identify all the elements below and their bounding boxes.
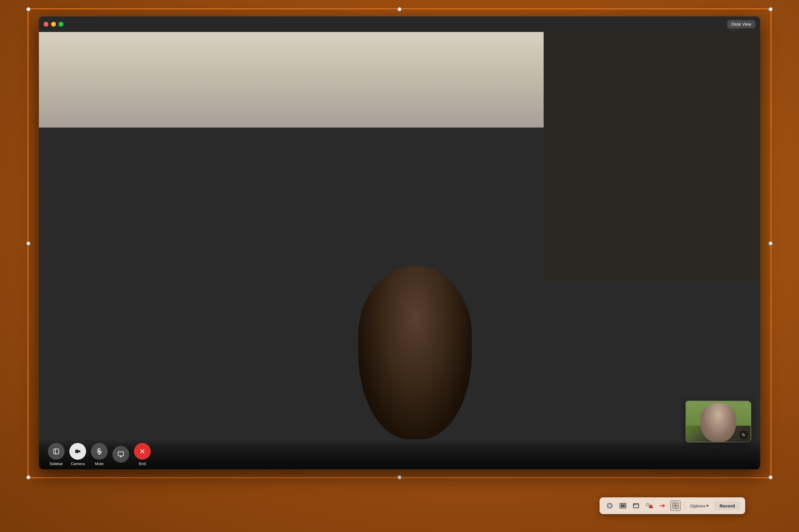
options-label: Options [690, 503, 706, 508]
camera-label: Camera [71, 461, 85, 466]
svg-point-10 [635, 504, 635, 505]
arrow-tool-button[interactable] [657, 500, 668, 511]
options-chevron: ▾ [706, 503, 709, 508]
sidebar-control[interactable]: Sidebar [48, 443, 65, 466]
controls-bar: Sidebar Camera Mute [39, 439, 760, 469]
share-icon [112, 446, 129, 463]
svg-point-9 [634, 504, 635, 505]
svg-point-13 [675, 505, 676, 507]
resize-handle-tl[interactable] [26, 7, 31, 11]
toolbar-separator [684, 501, 684, 510]
traffic-lights [44, 22, 63, 26]
svg-rect-6 [621, 504, 625, 507]
svg-rect-11 [646, 504, 649, 506]
face-shape [358, 266, 472, 439]
resize-handle-ml[interactable] [26, 241, 31, 246]
desk-view-button[interactable]: Desk View [727, 20, 755, 28]
sidebar-label: Sidebar [50, 461, 63, 466]
camera-control[interactable]: Camera [69, 443, 86, 466]
options-button[interactable]: Options ▾ [687, 501, 712, 510]
resize-handle-tr[interactable] [768, 7, 773, 11]
resize-handle-br[interactable] [768, 475, 773, 479]
person-figure [337, 254, 493, 439]
maximize-button[interactable] [59, 22, 63, 26]
svg-rect-0 [54, 449, 59, 454]
sidebar-icon [48, 443, 65, 460]
close-button[interactable] [44, 22, 49, 26]
facetime-window: Desk View ↻ Sidebar Camera [39, 16, 760, 469]
end-icon [134, 443, 151, 460]
title-bar: Desk View [39, 16, 760, 32]
mute-control[interactable]: Mute [91, 443, 108, 466]
window-capture-button[interactable] [631, 500, 641, 511]
fullscreen-capture-button[interactable] [617, 500, 628, 511]
resize-handle-bl[interactable] [26, 475, 31, 479]
portion-capture-button[interactable] [644, 500, 655, 511]
resize-handle-mr[interactable] [768, 241, 773, 246]
camera-icon [69, 443, 86, 460]
right-wall [544, 32, 760, 281]
pip-rotate-button[interactable]: ↻ [739, 431, 748, 439]
mute-label: Mute [95, 461, 104, 466]
region-capture-button[interactable] [670, 500, 681, 511]
record-button[interactable]: Record [714, 501, 740, 511]
end-call-control[interactable]: End [134, 443, 151, 466]
resize-handle-tm[interactable] [397, 7, 402, 11]
recording-toolbar: Options ▾ Record [600, 497, 745, 514]
mute-icon [91, 443, 108, 460]
svg-rect-3 [118, 452, 124, 456]
pip-person [700, 403, 736, 442]
main-video-area [39, 16, 760, 469]
minimize-button[interactable] [51, 22, 56, 26]
end-label: End [139, 461, 146, 466]
pip-video: ↻ [685, 401, 751, 442]
resize-handle-bm[interactable] [397, 475, 402, 479]
share-control[interactable] [112, 446, 129, 463]
close-capture-button[interactable] [604, 500, 615, 511]
